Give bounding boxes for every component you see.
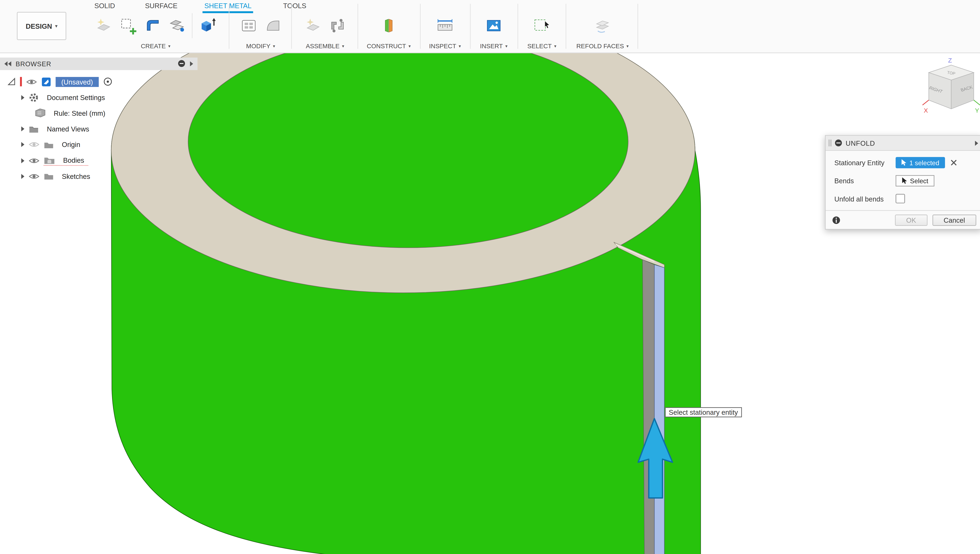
- chevron-down-icon: ▾: [409, 44, 410, 48]
- toolbar-separator: [470, 4, 471, 49]
- expand-open-icon[interactable]: [8, 78, 16, 86]
- convert-icon[interactable]: [168, 16, 186, 35]
- cursor-icon: [902, 177, 907, 184]
- dialog-header[interactable]: UNFOLD: [826, 136, 980, 151]
- form-icon[interactable]: [239, 16, 258, 35]
- expand-collapsed-icon[interactable]: [21, 126, 24, 131]
- dialog-expand-icon[interactable]: [975, 140, 978, 145]
- design-menu-button[interactable]: DESIGN ▾: [17, 12, 67, 40]
- tab-surface[interactable]: SURFACE: [143, 1, 179, 11]
- group-construct: CONSTRUCT ▾: [360, 13, 417, 51]
- collapse-all-icon[interactable]: [177, 59, 186, 69]
- activate-component-icon[interactable]: [103, 77, 113, 86]
- tree-item-named-views[interactable]: Named Views: [0, 121, 197, 137]
- chevron-down-icon: ▾: [342, 44, 344, 48]
- info-icon[interactable]: [832, 216, 841, 224]
- expand-collapsed-icon[interactable]: [21, 158, 24, 163]
- inspect-dropdown[interactable]: INSPECT ▾: [429, 43, 461, 51]
- visibility-eye-icon[interactable]: [29, 156, 40, 164]
- group-refold-faces: REFOLD FACES ▾: [568, 13, 637, 51]
- unfold-dialog: UNFOLD Stationary Entity 1 selected Bend…: [825, 135, 980, 229]
- dialog-footer: OK Cancel: [826, 210, 980, 229]
- visibility-eye-icon[interactable]: [26, 78, 37, 86]
- tab-sheet-metal[interactable]: SHEET METAL: [202, 1, 253, 13]
- sheet-metal-rule-icon: [35, 109, 46, 118]
- axis-y-line: [974, 100, 980, 105]
- refold-faces-icon[interactable]: [593, 16, 612, 35]
- canvas-tooltip: Select stationary entity: [665, 407, 741, 417]
- measure-icon[interactable]: [436, 16, 454, 35]
- drag-handle-icon[interactable]: [829, 139, 831, 146]
- tab-tools[interactable]: TOOLS: [282, 1, 309, 11]
- create-dropdown[interactable]: CREATE ▾: [141, 43, 170, 51]
- expand-collapsed-icon[interactable]: [21, 142, 24, 147]
- bends-select-button[interactable]: Select: [896, 175, 935, 186]
- dialog-title: UNFOLD: [846, 139, 875, 147]
- visibility-eye-icon[interactable]: [29, 172, 40, 180]
- axis-x-label: X: [924, 107, 928, 114]
- folder-icon: [44, 141, 54, 149]
- seam-shadow-face[interactable]: [643, 260, 654, 554]
- visibility-eye-off-icon[interactable]: [29, 141, 40, 148]
- insert-dropdown[interactable]: INSERT ▾: [480, 43, 508, 51]
- document-icon: [41, 77, 51, 87]
- insert-canvas-icon[interactable]: [484, 16, 503, 35]
- select-dropdown[interactable]: SELECT ▾: [527, 43, 556, 51]
- tree-item-bodies[interactable]: Bodies: [0, 153, 197, 168]
- joint-icon[interactable]: [328, 16, 347, 35]
- tree-item-root[interactable]: (Unsaved): [0, 74, 197, 89]
- toolbar-separator: [420, 4, 421, 49]
- axis-x-line: [923, 100, 929, 105]
- chevron-down-icon: ▾: [505, 44, 508, 48]
- assemble-dropdown[interactable]: ASSEMBLE ▾: [306, 43, 344, 51]
- toolbar-separator: [517, 4, 518, 49]
- chevron-down-icon: ▾: [554, 44, 556, 48]
- toolbar-separator: [638, 4, 638, 49]
- expand-collapsed-icon[interactable]: [21, 95, 24, 100]
- group-insert: INSERT ▾: [473, 13, 515, 51]
- folder-icon: [44, 172, 54, 180]
- axis-z-label: Z: [948, 57, 952, 64]
- flange-disabled-icon[interactable]: [94, 16, 113, 35]
- group-create: CREATE ▾: [85, 13, 226, 51]
- chevron-down-icon: ▾: [168, 44, 170, 48]
- view-cube[interactable]: Z TOP RIGHT BACK X Y: [921, 56, 980, 126]
- cancel-button[interactable]: Cancel: [932, 214, 977, 226]
- construct-dropdown[interactable]: CONSTRUCT ▾: [367, 43, 411, 51]
- toolbar-separator: [229, 4, 229, 49]
- toolbar-divider: [192, 13, 192, 38]
- fillet-icon[interactable]: [264, 16, 282, 35]
- construction-plane-icon[interactable]: [379, 16, 398, 35]
- bends-label: Bends: [834, 177, 896, 184]
- tree-item-rule[interactable]: Rule: Steel (mm): [0, 105, 197, 121]
- thicken-icon[interactable]: [198, 16, 217, 35]
- tab-solid[interactable]: SOLID: [92, 1, 117, 11]
- unfold-command-icon: [834, 139, 843, 147]
- clear-selection-icon[interactable]: [950, 159, 957, 166]
- new-flange-icon[interactable]: [119, 16, 138, 35]
- refold-faces-dropdown[interactable]: REFOLD FACES ▾: [576, 43, 629, 51]
- browser-panel: BROWSER (Unsaved) Document Settings: [0, 57, 197, 184]
- new-component-icon[interactable]: [303, 16, 322, 35]
- tree-item-sketches[interactable]: Sketches: [0, 168, 197, 184]
- tree-item-label: Bodies: [59, 155, 88, 165]
- collapse-panel-icon[interactable]: [5, 61, 11, 66]
- toolbar-separator: [291, 4, 292, 49]
- document-name: (Unsaved): [56, 77, 99, 87]
- expand-collapsed-icon[interactable]: [21, 174, 24, 179]
- select-icon[interactable]: [533, 16, 551, 35]
- unfold-all-bends-row: Unfold all bends: [826, 190, 980, 208]
- selected-stationary-face[interactable]: [654, 265, 665, 554]
- ok-button[interactable]: OK: [895, 214, 928, 226]
- chevron-down-icon: ▾: [626, 44, 628, 48]
- panel-resize-icon[interactable]: [190, 61, 193, 66]
- tree-item-origin[interactable]: Origin: [0, 137, 197, 153]
- body-outer-face[interactable]: [111, 53, 700, 554]
- stationary-entity-selection[interactable]: 1 selected: [896, 156, 945, 168]
- modify-dropdown[interactable]: MODIFY ▾: [246, 43, 275, 51]
- tree-item-document-settings[interactable]: Document Settings: [0, 89, 197, 105]
- bend-icon[interactable]: [143, 16, 162, 35]
- unfold-all-bends-checkbox[interactable]: [896, 194, 905, 203]
- stationary-entity-row: Stationary Entity 1 selected: [826, 153, 980, 171]
- chevron-down-icon: ▾: [459, 44, 461, 48]
